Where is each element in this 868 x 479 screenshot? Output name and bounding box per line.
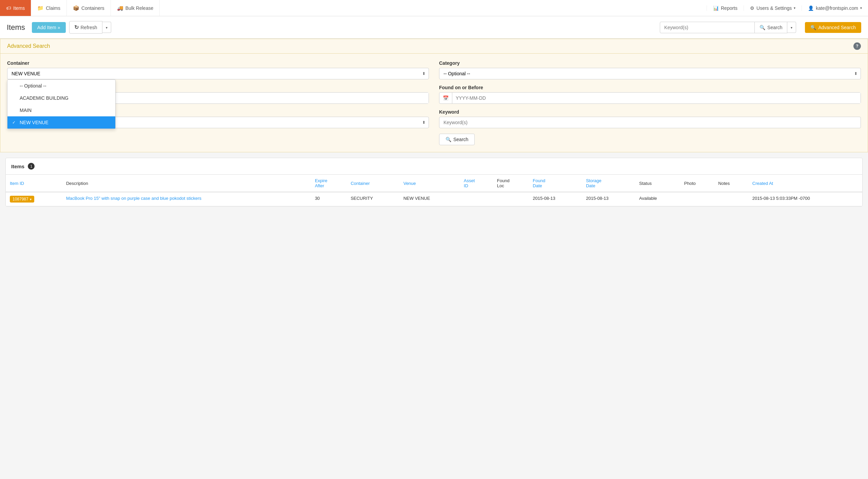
search-icon-adv: 🔍 xyxy=(810,25,816,30)
search-icon-action: 🔍 xyxy=(446,137,451,142)
items-table: Item ID Description ExpireAfter Containe… xyxy=(6,175,862,206)
th-status: Status xyxy=(635,175,680,192)
nav-item-reports[interactable]: 📊 Reports xyxy=(707,5,744,11)
found-before-field-group: Found on or Before 📅 xyxy=(439,85,861,104)
table-row: 1087987 ▾ MacBook Pro 15" with snap on p… xyxy=(6,192,862,206)
dropdown-option-academic[interactable]: ACADEMIC BUILDING xyxy=(7,92,115,104)
dropdown-option-new-venue[interactable]: ✓ NEW VENUE xyxy=(7,116,115,129)
refresh-label: Refresh xyxy=(81,25,97,30)
category-select[interactable]: -- Optional -- xyxy=(439,68,861,79)
category-select-wrapper: -- Optional -- ⬍ xyxy=(439,68,861,79)
th-storage-date[interactable]: StorageDate xyxy=(582,175,635,192)
folder-icon: 📁 xyxy=(37,5,44,11)
nav-item-items[interactable]: 🏷 Items xyxy=(0,0,31,16)
refresh-button-group: ↻ Refresh ▾ xyxy=(69,21,111,34)
nav-item-users-settings[interactable]: ⚙ Users & Settings ▾ xyxy=(744,5,802,11)
cell-description: MacBook Pro 15" with snap on purple case… xyxy=(62,192,311,206)
tag-icon: 🏷 xyxy=(6,5,11,11)
add-item-label: Add Item » xyxy=(37,25,60,30)
user-icon: 👤 xyxy=(808,5,814,11)
table-body: 1087987 ▾ MacBook Pro 15" with snap on p… xyxy=(6,192,862,206)
cell-notes xyxy=(714,192,748,206)
search-button[interactable]: 🔍 Search xyxy=(755,22,787,33)
table-title: Items xyxy=(11,164,24,169)
th-created-at[interactable]: Created At xyxy=(748,175,862,192)
keyword-field-group: Keyword xyxy=(439,109,861,128)
dropdown-option-main[interactable]: MAIN xyxy=(7,104,115,116)
keyword-label: Keyword xyxy=(439,109,861,115)
th-venue[interactable]: Venue xyxy=(399,175,460,192)
nav-label-claims: Claims xyxy=(46,5,60,11)
th-expire-after[interactable]: ExpireAfter xyxy=(311,175,347,192)
refresh-button[interactable]: ↻ Refresh xyxy=(69,21,102,34)
refresh-caret-button[interactable]: ▾ xyxy=(102,22,111,33)
cell-found-loc xyxy=(493,192,529,206)
nav-label-users-settings: Users & Settings xyxy=(756,5,792,11)
th-photo: Photo xyxy=(680,175,714,192)
nav-item-user-account[interactable]: 👤 kate@frontspin.com ▾ xyxy=(802,5,868,11)
search-caret-button[interactable]: ▾ xyxy=(787,22,796,33)
search-input[interactable] xyxy=(660,22,755,33)
adv-right-col: Category -- Optional -- ⬍ Found on or Be… xyxy=(439,60,861,145)
container-select-inner: -- Optional -- ACADEMIC BUILDING MAIN NE… xyxy=(7,68,429,79)
container-field-group: Container -- Optional -- ACADEMIC BUILDI… xyxy=(7,60,429,79)
cell-photo xyxy=(680,192,714,206)
adv-left-col: Container -- Optional -- ACADEMIC BUILDI… xyxy=(7,60,429,145)
help-icon[interactable]: ? xyxy=(853,42,861,50)
th-found-loc: FoundLoc xyxy=(493,175,529,192)
nav-label-reports: Reports xyxy=(721,5,737,11)
chevron-down-icon-refresh: ▾ xyxy=(106,26,107,30)
page-title: Items xyxy=(7,23,25,32)
cell-venue: NEW VENUE xyxy=(399,192,460,206)
advanced-search-button[interactable]: 🔍 Advanced Search xyxy=(805,22,861,33)
adv-search-submit-button[interactable]: 🔍 Search xyxy=(439,134,475,145)
chevron-down-icon: ▾ xyxy=(794,6,795,10)
search-area: 🔍 Search ▾ xyxy=(660,22,796,33)
nav-label-containers: Containers xyxy=(81,5,104,11)
nav-item-claims[interactable]: 📁 Claims xyxy=(31,0,67,16)
item-id-badge[interactable]: 1087987 ▾ xyxy=(10,196,34,203)
search-icon: 🔍 xyxy=(760,25,765,30)
th-description: Description xyxy=(62,175,311,192)
th-found-date[interactable]: FoundDate xyxy=(529,175,582,192)
dropdown-option-optional[interactable]: -- Optional -- xyxy=(7,80,115,92)
keyword-input[interactable] xyxy=(439,117,861,128)
container-dropdown-popup: -- Optional -- ACADEMIC BUILDING MAIN ✓ xyxy=(7,79,116,129)
bar-icon: 📊 xyxy=(713,5,719,11)
th-item-id[interactable]: Item ID xyxy=(6,175,62,192)
nav-label-bulk-release: Bulk Release xyxy=(125,5,154,11)
truck-icon: 🚚 xyxy=(117,5,123,11)
table-head: Item ID Description ExpireAfter Containe… xyxy=(6,175,862,192)
th-container[interactable]: Container xyxy=(347,175,399,192)
found-before-input[interactable] xyxy=(452,93,861,103)
item-description-link[interactable]: MacBook Pro 15" with snap on purple case… xyxy=(66,196,201,201)
nav-item-bulk-release[interactable]: 🚚 Bulk Release xyxy=(111,0,160,16)
nav-label-items: Items xyxy=(13,5,25,11)
gear-icon: ⚙ xyxy=(750,5,754,11)
advanced-search-panel: Advanced Search ? Container -- Optional … xyxy=(0,39,868,152)
top-nav: 🏷 Items 📁 Claims 📦 Containers 🚚 Bulk Rel… xyxy=(0,0,868,16)
item-id-value: 1087987 xyxy=(13,197,28,202)
container-label: Container xyxy=(7,60,429,66)
nav-item-containers[interactable]: 📦 Containers xyxy=(67,0,111,16)
cell-status: Available xyxy=(635,192,680,206)
found-before-label: Found on or Before xyxy=(439,85,861,90)
container-select-wrapper: -- Optional -- ACADEMIC BUILDING MAIN NE… xyxy=(7,68,429,79)
cell-expire-after: 30 xyxy=(311,192,347,206)
table-header: Items 1 xyxy=(6,158,862,175)
container-select[interactable]: -- Optional -- ACADEMIC BUILDING MAIN NE… xyxy=(7,68,429,79)
th-asset-id[interactable]: AssetID xyxy=(460,175,493,192)
toolbar: Items Add Item » ↻ Refresh ▾ 🔍 Search ▾ … xyxy=(0,16,868,39)
th-notes: Notes xyxy=(714,175,748,192)
calendar-icon-before[interactable]: 📅 xyxy=(439,93,452,103)
nav-label-user-account: kate@frontspin.com xyxy=(816,5,858,11)
box-icon: 📦 xyxy=(73,5,79,11)
cell-container: SECURITY xyxy=(347,192,399,206)
category-field-group: Category -- Optional -- ⬍ xyxy=(439,60,861,79)
add-item-button[interactable]: Add Item » xyxy=(32,22,66,33)
item-id-caret: ▾ xyxy=(30,197,32,201)
refresh-icon: ↻ xyxy=(74,24,79,31)
cell-item-id: 1087987 ▾ xyxy=(6,192,62,206)
advanced-search-body: Container -- Optional -- ACADEMIC BUILDI… xyxy=(0,54,868,152)
items-table-area: Items 1 Item ID Description ExpireAfter … xyxy=(5,158,863,207)
